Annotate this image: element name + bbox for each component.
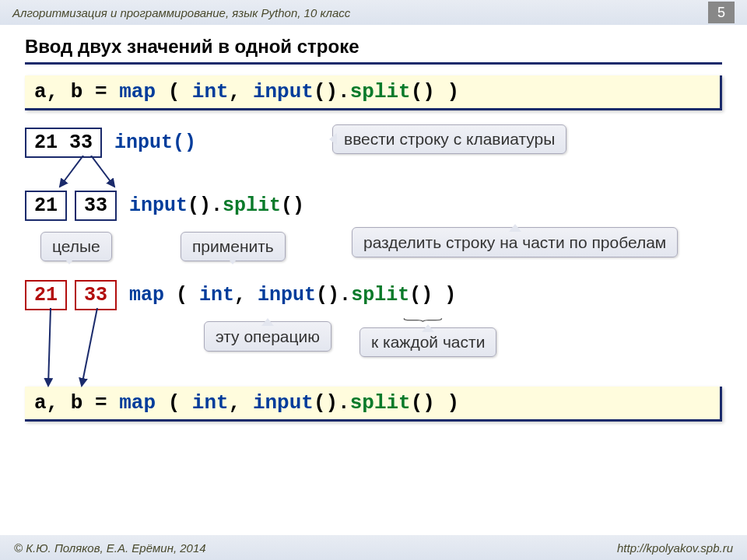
value-33-b: 33 xyxy=(75,280,117,310)
annot-int: целые xyxy=(40,232,112,261)
annot-each: к каждой части xyxy=(359,327,496,357)
code-final: a, b = map ( int, input().split() ) xyxy=(25,387,722,422)
code-input: input() xyxy=(114,131,196,154)
course-title: Алгоритмизация и программирование, язык … xyxy=(12,6,350,19)
footer-link[interactable]: http://kpolyakov.spb.ru xyxy=(617,541,733,555)
annot-this-op: эту операцию xyxy=(204,321,331,352)
header-bar: Алгоритмизация и программирование, язык … xyxy=(0,0,747,25)
footer-bar: © К.Ю. Поляков, Е.А. Ерёмин, 2014 http:/… xyxy=(0,535,747,560)
svg-line-0 xyxy=(60,156,83,187)
page-number: 5 xyxy=(708,2,735,23)
svg-line-1 xyxy=(91,156,114,187)
code-split: input().split() xyxy=(129,194,304,217)
copyright: © К.Ю. Поляков, Е.А. Ерёмин, 2014 xyxy=(14,541,206,555)
annot-split: разделить строку на части по пробелам xyxy=(352,227,678,257)
value-combined: 21 33 xyxy=(25,128,102,158)
code-main: a, b = map ( int, input().split() ) xyxy=(25,75,722,110)
value-33-a: 33 xyxy=(75,191,117,221)
annot-input: ввести строку с клавиатуры xyxy=(332,124,566,154)
value-21-a: 21 xyxy=(25,191,67,221)
annot-apply: применить xyxy=(181,232,286,261)
slide-title: Ввод двух значений в одной строке xyxy=(25,36,722,65)
code-map: map ( int, input().split() ) xyxy=(129,284,456,306)
value-21-b: 21 xyxy=(25,280,67,310)
